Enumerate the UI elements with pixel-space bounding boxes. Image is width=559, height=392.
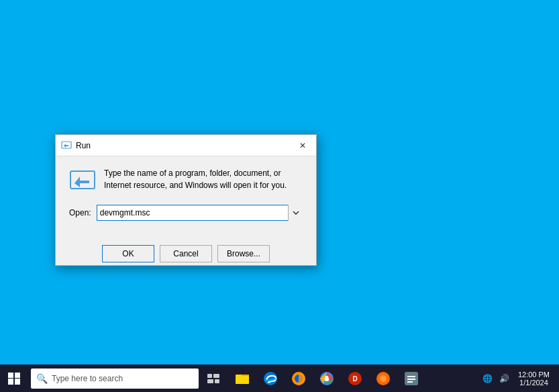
dialog-description: Type the name of a program, folder, docu… — [104, 167, 303, 191]
gray-app-icon — [403, 371, 419, 387]
clock-date: 1/1/2024 — [519, 379, 548, 387]
run-title-icon — [61, 140, 72, 151]
svg-rect-3 — [213, 374, 219, 378]
svg-rect-5 — [215, 379, 219, 383]
dialog-close-button[interactable]: ✕ — [295, 138, 311, 154]
svg-point-15 — [380, 375, 387, 382]
taskbar-app-red[interactable]: D — [341, 364, 369, 392]
svg-rect-19 — [407, 381, 413, 383]
taskbar-app-edge[interactable] — [256, 364, 285, 392]
edge-icon — [262, 371, 278, 387]
clock-time: 12:00 PM — [518, 371, 550, 379]
taskbar: 🔍 Type here to search — [0, 364, 559, 392]
open-input-wrapper — [97, 205, 303, 221]
taskbar-app-firefox[interactable] — [285, 364, 313, 392]
ok-button[interactable]: OK — [102, 245, 154, 262]
taskbar-app-chrome[interactable] — [313, 364, 341, 392]
chrome-icon — [319, 371, 335, 387]
svg-rect-6 — [236, 375, 249, 384]
file-explorer-icon — [234, 371, 250, 387]
open-row: Open: — [69, 205, 303, 221]
open-dropdown-button[interactable] — [288, 205, 303, 221]
taskbar-search-placeholder: Type here to search — [52, 374, 123, 383]
tray-volume-icon[interactable]: 🔊 — [497, 374, 511, 383]
firefox-icon — [291, 371, 307, 387]
browse-button[interactable]: Browse... — [217, 245, 270, 262]
svg-rect-4 — [207, 379, 213, 383]
red-app-icon: D — [347, 371, 363, 387]
svg-text:D: D — [352, 375, 357, 383]
svg-rect-2 — [207, 374, 212, 378]
svg-rect-18 — [407, 379, 415, 380]
taskbar-apps: D — [228, 364, 425, 392]
windows-logo-icon — [8, 373, 20, 385]
dialog-title-bar: Run ✕ — [56, 135, 316, 156]
system-clock[interactable]: 12:00 PM 1/1/2024 — [514, 371, 554, 387]
taskbar-search-icon: 🔍 — [36, 373, 48, 384]
desktop: Run ✕ Type the name of a program, folder… — [0, 0, 559, 364]
cancel-button[interactable]: Cancel — [160, 245, 212, 262]
start-button[interactable] — [0, 364, 28, 392]
taskbar-app-gray[interactable] — [397, 364, 425, 392]
orange-app-icon — [375, 371, 391, 387]
dialog-top-row: Type the name of a program, folder, docu… — [69, 167, 303, 195]
dialog-content: Type the name of a program, folder, docu… — [56, 156, 316, 240]
dialog-buttons: OK Cancel Browse... — [56, 240, 316, 265]
tray-network-icon[interactable]: 🌐 — [480, 374, 495, 383]
svg-rect-17 — [407, 376, 415, 377]
open-label: Open: — [69, 208, 91, 217]
dialog-title-text: Run — [76, 141, 91, 150]
system-tray: 🌐 🔊 12:00 PM 1/1/2024 — [480, 364, 559, 392]
task-view-button[interactable] — [201, 364, 225, 392]
taskbar-app-orange[interactable] — [369, 364, 397, 392]
task-view-icon — [207, 374, 219, 383]
taskbar-app-file-explorer[interactable] — [228, 364, 256, 392]
run-big-icon — [69, 168, 96, 195]
run-dialog: Run ✕ Type the name of a program, folder… — [55, 134, 317, 266]
svg-rect-1 — [70, 171, 95, 189]
title-bar-left: Run — [61, 140, 91, 151]
taskbar-search[interactable]: 🔍 Type here to search — [31, 369, 199, 389]
open-input[interactable] — [97, 205, 303, 221]
